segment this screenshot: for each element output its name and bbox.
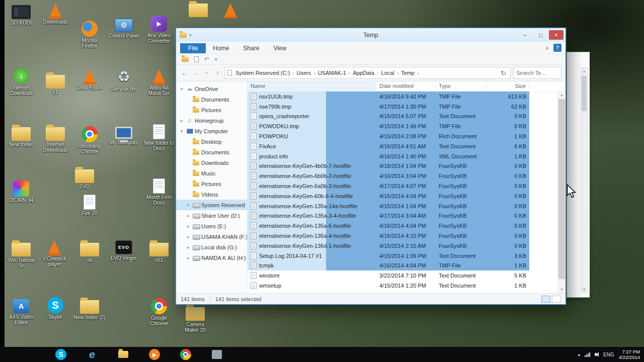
breadcrumb-segment[interactable]: Users — [295, 70, 313, 76]
tab-file[interactable]: File — [180, 43, 206, 53]
file-row-eternalsense-keygen-135a-6-hostfile[interactable]: eternalsense-KeyGen-135a-6-hostfile4/16/… — [248, 221, 557, 231]
ribbon-collapse-icon[interactable]: ∧ — [545, 45, 549, 51]
desktop-icon-v-cinepick-player[interactable]: V.Cinepick player — [38, 239, 70, 267]
tab-home[interactable]: Home — [206, 43, 236, 53]
taskbar-app-button[interactable] — [208, 348, 225, 361]
minimize-button[interactable]: – — [518, 30, 532, 40]
file-row-winstore[interactable]: winstore3/22/2014 7:10 PMText Document5 … — [248, 270, 557, 281]
nav-item-namda-k-au-h[interactable]: ▸NAMDA K AU (H:) — [176, 252, 247, 263]
breadcrumb-segment[interactable]: System Reserved (C:) — [234, 70, 291, 76]
tray-expand-icon[interactable]: ▴ — [578, 352, 581, 357]
network-icon[interactable] — [585, 352, 590, 357]
column-type[interactable]: Type — [436, 81, 487, 91]
column-name[interactable]: Name — [248, 81, 376, 91]
properties-icon[interactable] — [194, 56, 199, 62]
background-window-scrollbar[interactable]: ▲ ▼ — [581, 67, 588, 293]
breadcrumb-segment[interactable]: AppData — [351, 70, 376, 76]
expander-icon[interactable]: ▸ — [179, 118, 184, 123]
desktop-icon-wafa-na-mana-syr[interactable]: Wafa Na Mana Syr — [143, 68, 175, 96]
taskbar-skype-button[interactable]: S — [52, 348, 69, 361]
expander-icon[interactable]: ▸ — [186, 245, 191, 250]
language-indicator[interactable]: ENG — [603, 352, 614, 357]
taskbar-explorer-button[interactable] — [115, 348, 132, 361]
file-row-eternalsense-keygen-60b-6-4-hostfile[interactable]: eternalsense-KeyGen-60b-6-4-hostfile4/16… — [248, 191, 557, 201]
desktop-icon-skype[interactable]: SSkype — [39, 296, 71, 320]
nav-item-pictures[interactable]: Pictures — [176, 105, 247, 115]
nav-item-homegroup[interactable]: ▸⌂Homegroup — [176, 115, 247, 126]
file-row-nse790b-tmp[interactable]: nse790b.tmp4/17/2014 1:30 PMTMP File62 K… — [248, 102, 557, 112]
file-row-eternalsense-keygen-135a-3-4-hostfile[interactable]: eternalsense-KeyGen-135a-3-4-hostfile4/1… — [248, 211, 557, 221]
desktop-icon-new-folder-2[interactable]: New folder (2) — [73, 297, 106, 320]
breadcrumb-segment[interactable]: USAMAK-1 — [316, 70, 348, 76]
nav-item-system-reserved[interactable]: ▾System Reserved — [176, 200, 247, 210]
desktop-icon-any-video-converter[interactable]: ▶Any Video Converter — [143, 14, 175, 44]
file-row-wmsetup[interactable]: wmsetup4/15/2014 1:20 PMText Document1 K… — [248, 281, 557, 291]
file-row-setup-log-2014-04-17-1[interactable]: Setup Log 2014-04-17 #14/15/2014 1:09 PM… — [248, 251, 557, 261]
expander-icon[interactable]: ▾ — [179, 86, 184, 92]
taskbar-ie-button[interactable]: e — [84, 348, 101, 361]
desktop-icon-folder[interactable] — [182, 0, 214, 18]
column-date-modified[interactable]: Date modified — [376, 81, 436, 91]
expander-icon[interactable]: ▾ — [186, 203, 191, 208]
desktop-icon-control-panel[interactable]: ⚙Control Panel — [108, 16, 140, 39]
desktop-icon-s51[interactable]: s51 — [143, 239, 175, 263]
desktop-icon-evo[interactable]: EVO — [68, 166, 101, 190]
file-row-nsv1uub-tmp[interactable]: nsv1UUb.tmp4/16/2014 5:42 PMTMP File613 … — [248, 92, 557, 102]
desktop-icon-internet-downloads[interactable]: Internet Downloads — [39, 124, 71, 153]
nav-item-videos[interactable]: Videos — [176, 189, 247, 200]
scroll-down-icon[interactable]: ▼ — [581, 286, 587, 293]
desktop-icon-vlc[interactable] — [214, 2, 247, 19]
nav-item-share-user-d[interactable]: ▸Share User (D:) — [176, 210, 247, 221]
close-button[interactable]: × — [549, 30, 564, 40]
up-button[interactable]: ↑ — [213, 69, 222, 77]
maximize-button[interactable]: □ — [533, 30, 548, 40]
tab-view[interactable]: View — [266, 43, 293, 53]
desktop-icon-downloads[interactable]: Downloads — [39, 3, 71, 25]
desktop-icon-camera-maker-20[interactable]: Camera Maker 20 — [179, 304, 211, 333]
help-icon[interactable]: ? — [553, 44, 561, 52]
nav-item-music[interactable]: Music — [176, 168, 247, 178]
expander-icon[interactable]: ▾ — [179, 129, 184, 134]
clock[interactable]: 7:27 PM 4/22/2014 — [619, 349, 640, 360]
nav-item-usama-khan-f[interactable]: ▸USAMA KHAN (F:) — [176, 231, 247, 242]
nav-item-pictures[interactable]: Pictures — [176, 178, 247, 189]
large-icons-view-button[interactable] — [552, 296, 561, 303]
taskbar-start-button[interactable] — [21, 348, 38, 361]
breadcrumb-segment[interactable]: Local — [379, 70, 395, 76]
file-row-eternalsense-keygen-135a-14a-hostfile[interactable]: eternalsense-KeyGen-135a-14a-hostfile4/1… — [248, 201, 557, 211]
desktop-icon-internet-download[interactable]: ↓Internet Download — [5, 66, 37, 96]
customize-qat-icon[interactable]: ▾ — [215, 57, 217, 62]
desktop-icon-von-tutorial-sr[interactable]: Von Tutorial Sr — [5, 239, 37, 268]
new-folder-icon[interactable] — [182, 57, 189, 62]
nav-item-downloads[interactable]: Downloads — [176, 157, 247, 168]
desktop-icon-recycle-bin[interactable]: ♻Recycle Bin — [108, 68, 140, 92]
search-box[interactable] — [513, 67, 561, 79]
scroll-thumb[interactable] — [558, 99, 565, 279]
file-row-product-info[interactable]: product info4/16/2014 1:40 PMXML Documen… — [248, 151, 557, 161]
taskbar-chrome-button[interactable] — [177, 348, 194, 361]
desktop-icon-evo-vingre[interactable]: EVOEVO Vingre — [108, 238, 140, 261]
refresh-icon[interactable]: ↻ — [499, 69, 508, 77]
scroll-up-icon[interactable]: ▲ — [581, 68, 587, 74]
file-row-fixace[interactable]: FixAce4/16/2014 4:51 AMText Document6 KB — [248, 141, 557, 151]
desktop-icon-s6[interactable]: s6 — [73, 239, 106, 263]
desktop-icon-ocjrn-94[interactable]: OCJRN 94 — [5, 179, 37, 203]
file-row-powodku-tmp[interactable]: POWODKU.tmp4/15/2014 1:49 PMTMP File0 KB — [248, 121, 557, 131]
qat-dropdown-icon[interactable]: ▾ — [189, 33, 192, 38]
desktop-icon-my-computs[interactable]: My Computs — [108, 125, 140, 145]
file-row-eternalsense-keygen-4b0b-7-hostfile[interactable]: eternalsense-KeyGen-4b0b-7-hostfile4/18/… — [248, 161, 557, 171]
nav-item-onedrive[interactable]: ▾☁OneDrive — [176, 83, 247, 94]
desktop-icon-new-folder-to-docs[interactable]: New folder to Docs — [143, 123, 175, 151]
desktop-icon-urdu-editor[interactable]: Urdu Editor — [73, 68, 106, 90]
desktop-icon-so-kodi[interactable]: SO KODI — [5, 3, 37, 26]
forward-button[interactable]: → — [191, 69, 200, 77]
desktop-icon-fire-20[interactable]: Fire 20 — [73, 193, 106, 216]
search-input[interactable] — [516, 70, 558, 76]
expander-icon[interactable]: ▸ — [186, 213, 191, 218]
back-button[interactable]: ← — [180, 69, 189, 77]
scroll-up-icon[interactable]: ▲ — [558, 92, 566, 99]
scroll-down-icon[interactable]: ▼ — [558, 286, 566, 293]
desktop-icon-google-chrome[interactable]: Google Chrome — [143, 297, 175, 326]
file-row-tcmpk[interactable]: tcmpk4/16/2014 4:04 PMTMP File1 KB — [248, 261, 557, 271]
desktop-icon-month-firm-docs[interactable]: Month Firm Docs — [143, 177, 175, 206]
